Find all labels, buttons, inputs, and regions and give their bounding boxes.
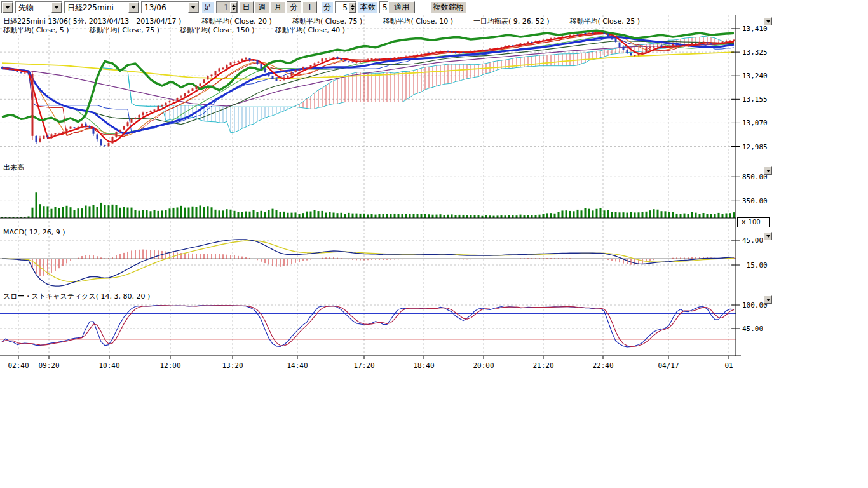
macd-axis-labels: 45.00-15.00 bbox=[731, 236, 768, 269]
y-axis-label: 13,410 bbox=[742, 25, 768, 33]
legend-ma5: 移動平均( Close, 5 ) bbox=[3, 25, 70, 35]
chevron-down-icon bbox=[766, 299, 770, 301]
stochastics-panel-label: スロー・ストキャスティクス( 14, 3, 80, 20 ) bbox=[3, 292, 151, 301]
price-axis-labels: 13,41013,32513,24013,15513,07012,985 bbox=[731, 25, 768, 151]
stochastics-panel-menu-button[interactable] bbox=[764, 295, 772, 304]
y-axis-label: 12,985 bbox=[742, 143, 768, 151]
legend-ichimoku: 一目均衡表( 9, 26, 52 ) bbox=[473, 17, 550, 26]
time-axis-label: 13:20 bbox=[222, 362, 243, 370]
legend-ma10: 移動平均( Close, 10 ) bbox=[382, 17, 454, 26]
legend-ma75: 移動平均( Close, 75 ) bbox=[292, 17, 363, 26]
ichimoku-cloud bbox=[101, 36, 734, 133]
time-axis-label: 02:40 bbox=[8, 362, 29, 370]
time-axis-label: 17:20 bbox=[353, 362, 374, 370]
y-axis-label: 45.00 bbox=[742, 325, 763, 333]
volume-panel-label: 出来高 bbox=[3, 163, 25, 172]
volume-multiplier-badge: × 100 bbox=[737, 217, 770, 227]
y-axis-label: 45.00 bbox=[742, 236, 763, 245]
volume-axis-labels: 850.00350.00 bbox=[731, 173, 768, 205]
time-axis-label: 22:40 bbox=[592, 362, 613, 370]
y-axis-label: 350.00 bbox=[742, 197, 768, 205]
time-axis-label: 21:20 bbox=[532, 362, 553, 370]
chevron-down-icon bbox=[766, 170, 770, 172]
stochastics-panel bbox=[0, 306, 736, 347]
volume-bars bbox=[0, 192, 736, 218]
legend-ma40: 移動平均( Close, 40 ) bbox=[275, 25, 346, 35]
y-axis-label: 13,155 bbox=[742, 95, 768, 104]
time-axis-label: 18:40 bbox=[413, 362, 434, 370]
chevron-down-icon bbox=[766, 235, 770, 238]
main-chart-legend-row1: 日経225mini 13/06( 5分, 2013/04/13 - 2013/0… bbox=[3, 17, 660, 26]
time-axis-label: 14:40 bbox=[287, 362, 308, 370]
time-axis-label: 20:00 bbox=[473, 362, 494, 370]
macd-panel-menu-button[interactable] bbox=[764, 232, 772, 240]
legend-ma25: 移動平均( Close, 25 ) bbox=[569, 17, 641, 26]
gridlines bbox=[0, 15, 736, 356]
y-axis-label: 13,070 bbox=[742, 119, 768, 127]
chart-application-window: 先物 日経225mini 13/06 足 1 日 週 月 分 T 分 5 本数 … bbox=[0, 0, 868, 488]
macd-panel bbox=[0, 240, 736, 286]
stoch-axis-labels: 100.0045.00 bbox=[731, 301, 768, 333]
chevron-down-icon bbox=[766, 20, 770, 23]
time-axis-label: 04/17 bbox=[658, 362, 679, 370]
y-axis-label: -15.00 bbox=[742, 261, 768, 269]
macd-panel-label: MACD( 12, 26, 9 ) bbox=[3, 228, 66, 236]
legend-ma150: 移動平均( Close, 150 ) bbox=[179, 25, 255, 35]
legend-symbol: 日経225mini 13/06( 5分, 2013/04/13 - 2013/0… bbox=[3, 17, 182, 26]
main-chart-legend-row2: 移動平均( Close, 5 )移動平均( Close, 75 )移動平均( C… bbox=[3, 25, 365, 35]
legend-ma20: 移動平均( Close, 20 ) bbox=[201, 17, 273, 26]
y-axis-label: 13,325 bbox=[742, 48, 768, 57]
time-axis: 02:4009:2010:4012:0013:2014:4017:2018:40… bbox=[8, 356, 733, 370]
time-axis-label: 12:00 bbox=[159, 362, 180, 370]
legend-ma75b: 移動平均( Close, 75 ) bbox=[89, 25, 161, 35]
y-axis-label: 13,240 bbox=[742, 72, 768, 80]
time-axis-label: 10:40 bbox=[98, 362, 119, 370]
main-panel-menu-button[interactable] bbox=[764, 17, 772, 25]
chart-canvas: 13,41013,32513,24013,15513,07012,985850.… bbox=[0, 0, 868, 488]
volume-panel-menu-button[interactable] bbox=[764, 166, 772, 175]
time-axis-label: 09:20 bbox=[38, 362, 59, 370]
time-axis-label: 01 bbox=[724, 362, 733, 370]
